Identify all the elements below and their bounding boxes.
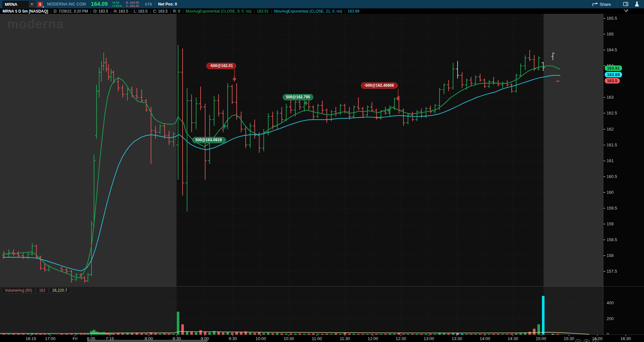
time-axis-label: 10:00 [256,336,266,341]
symbol-value[interactable]: MRNA [3,2,28,7]
time-axis-label: 16:15 [26,336,36,341]
toolbar-separator [155,1,155,7]
share-icon [592,2,598,6]
time-axis-label: 8:00 [145,336,153,341]
last-price: 164.09 [91,1,108,7]
bar-open: O: 163.5 [93,9,108,14]
volume-study-length: 162 [36,288,48,293]
symbol-dropdown-button[interactable]: ▼ [28,1,35,7]
change-percent: +3.81% [112,4,122,7]
chevron-down-icon: ▼ [31,3,33,6]
time-axis-label: 8:30 [173,336,181,341]
price-tick [603,145,605,145]
price-axis-label: 161 [607,158,614,163]
thinkorswim-chart-window: { "toolbar": { "symbol": "MRNA", "alert_… [0,0,644,342]
price-axis-label: 160 [607,190,614,195]
price-tick [603,129,605,130]
price-tick [603,176,605,177]
moderna-watermark: moderna [7,17,64,31]
bar-datetime: D: 7/29/22, 3:20 PM [53,9,88,14]
bar-low: L: 163.5 [134,9,147,14]
bar-high: H: 163.5 [114,9,128,14]
time-axis-label: 11:00 [312,336,322,341]
time-axis-label: 11:30 [340,336,350,341]
trade-bubble[interactable]: 500@163.0819 [192,137,225,143]
time-axis-label: 14:30 [508,336,518,341]
price-axis-label: 158.5 [607,237,617,242]
trade-bubble[interactable]: -500@162.46606 [361,83,397,89]
time-axis[interactable]: − + › 16:1517:00Fri6:057:158:008:309:009… [0,335,644,342]
volume-study-name[interactable]: VolumeAvg (50) [2,288,35,293]
time-axis-label: 9:30 [229,336,237,341]
trade-bubble[interactable]: -500@162.01 [206,63,236,69]
price-axis-label: 163 [607,95,614,100]
net-position: Net Pos: 0 [158,2,177,6]
ema9-study-value: 163.91 [257,9,269,14]
ask-value: A: 164.20 [126,4,139,7]
price-tick [603,50,605,50]
time-axis-label: 13:00 [424,336,434,341]
time-axis-label: 7:15 [106,336,114,341]
top-toolbar: MRNA ▼ 1 MODERNA INC COM 164.09 +6.02 +3… [0,0,644,8]
share-button[interactable]: Share [589,2,614,7]
price-tick [603,113,605,113]
price-tick [603,161,605,161]
price-axis-label: 159 [607,221,614,226]
price-tick [603,18,605,19]
price-tick [603,255,605,256]
price-tick [603,224,605,224]
zoom-out-button[interactable]: − [575,339,581,342]
chart-header: MRNA 5 D 5m [NASDAQ] | D: 7/29/22, 3:20 … [0,8,644,14]
symbol-input[interactable]: MRNA ▼ [3,1,35,8]
zoom-in-button[interactable]: + [583,339,590,342]
chart-canvas[interactable] [0,0,644,342]
time-axis-label: 10:30 [284,336,294,341]
company-name: MODERNA INC COM [47,2,86,6]
price-axis-label: 165 [607,32,614,36]
toolbar-separator [617,1,617,7]
price-tick [603,97,605,98]
panel-separator[interactable] [0,286,644,287]
toolbar-separator [142,1,142,7]
feedback-button[interactable]: ! [620,2,632,7]
bid-ask-stack: B: 163.50 A: 164.20 [126,1,139,7]
bar-r: R: 0 [173,9,180,14]
ema9-study-label[interactable]: MovAvgExponential (CLOSE, 9, 0, no) [185,9,251,14]
price-axis-label: 157.5 [607,269,617,274]
price-axis-label: 164.5 [607,47,617,52]
time-axis-label: 12:00 [368,336,378,341]
price-badge: 163.5 [605,78,620,83]
price-badge: 163.91 [605,65,622,71]
alerts-badge[interactable]: 1 [38,2,43,7]
price-axis-label: 160.5 [607,174,617,179]
price-axis-label: 158 [607,253,614,258]
time-axis-label: 6:05 [87,336,95,341]
chart-sync-button[interactable] [623,8,629,14]
time-axis-label: 15:30 [564,336,574,341]
volume-axis-label: 400 [607,300,614,305]
price-axis-label: 162 [607,127,614,132]
ema21-study-label[interactable]: MovAvgExponential (CLOSE, 21, 0, no) [274,9,342,14]
time-axis-label: 13:30 [452,336,462,341]
time-axis-label: Fri [72,336,77,341]
time-axis-label: 16:00 [592,336,603,341]
etb-flag: ETB [145,2,152,6]
volume-axis-label: 200 [607,316,614,321]
price-axis-label: 161.5 [607,142,617,147]
price-badge: 163.69 [605,72,622,77]
time-axis-label: 14:00 [480,336,490,341]
price-tick [603,34,605,34]
volume-study-value: 26,220.7 [49,288,70,293]
chart-symbol-info: MRNA 5 D 5m [NASDAQ] [3,9,48,14]
bar-close: C: 163.5 [153,9,167,14]
trade-bubble[interactable]: 500@162.795 [283,94,313,100]
volume-study-header: VolumeAvg (50) 162 26,220.7 [2,288,71,293]
time-axis-label: 16:30 [620,336,631,341]
crossed-arrows-icon [623,8,629,13]
toolbar-right-group: Share ! [589,1,644,7]
price-axis-label: 159.5 [607,206,617,210]
beta-lab-button[interactable] [632,2,642,7]
change-stack: +6.02 +3.81% [112,1,122,7]
time-axis-label: 15:00 [536,336,546,341]
price-tick [603,208,605,209]
